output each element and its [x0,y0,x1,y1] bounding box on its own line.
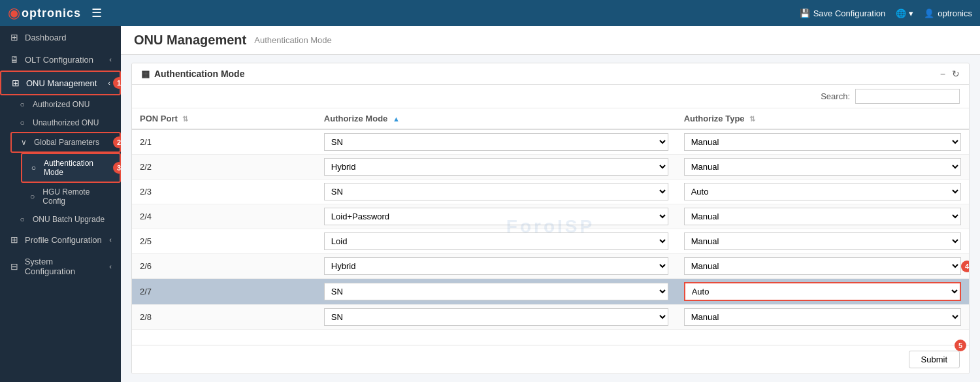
panel-footer: Submit 5 [132,345,969,374]
badge-2: 2 [113,136,121,148]
minimize-button[interactable]: − [940,69,945,79]
auth-mode-select[interactable]: SNHybridLoidLoid+PasswordMACMAC+Password [324,257,668,275]
sidebar-item-hgu-remote[interactable]: ○ HGU Remote Config [21,183,121,210]
auth-type-select[interactable]: ManualAuto [684,183,961,200]
language-selector[interactable]: 🌐 ▾ [896,8,913,18]
auth-mode-table: PON Port ⇅ Authorize Mode ▲ Authorize Ty… [132,108,969,330]
chevron-icon: ‹ [108,79,110,87]
sidebar-item-label: Unauthorized ONU [33,118,99,127]
cell-auth-mode: SNHybridLoidLoid+PasswordMACMAC+Password [316,254,676,279]
panel-title: ▦ Authentication Mode [141,69,244,79]
auth-mode-select[interactable]: SNHybridLoidLoid+PasswordMACMAC+Password [324,158,668,176]
badge-1: 1 [113,77,121,89]
auth-type-select[interactable]: ManualAuto [684,158,961,176]
page-header: ONU Management Authentication Mode [121,26,980,55]
cell-auth-type: ManualAuto4 [676,254,969,279]
panel-title-text: Authentication Mode [154,69,244,79]
navbar-right: 💾 Save Configuration 🌐 ▾ 👤 optronics [800,8,972,18]
authorized-onu-icon: ○ [17,100,27,109]
cell-pon-port: 2/4 [132,204,316,229]
auth-mode-icon: ○ [29,163,39,172]
cell-auth-type: ManualAuto [676,279,969,305]
auth-type-select[interactable]: ManualAuto [684,232,961,250]
search-input[interactable] [855,89,960,104]
auth-mode-select[interactable]: SNHybridLoidLoid+PasswordMACMAC+Password [324,283,668,300]
main-layout: ⊞ Dashboard 🖥 OLT Configuration ‹ ⊞ ONU … [0,26,980,382]
sidebar-item-label: OLT Configuration [25,55,93,65]
system-config-icon: ⊟ [9,261,20,272]
panel-title-icon: ▦ [141,69,150,79]
search-bar: Search: [132,85,969,108]
sidebar-item-label: ONU Batch Upgrade [33,215,105,224]
chevron-icon: ‹ [109,263,112,270]
chevron-icon: ‹ [109,236,112,244]
save-config-button[interactable]: 💾 Save Configuration [800,8,886,18]
col-auth-mode[interactable]: Authorize Mode ▲ [316,108,676,129]
cell-pon-port: 2/5 [132,229,316,254]
cell-auth-mode: SNHybridLoidLoid+PasswordMACMAC+Password [316,204,676,229]
sidebar-item-authentication-mode[interactable]: ○ Authentication Mode 3 [21,153,121,183]
col-auth-type[interactable]: Authorize Type ⇅ [676,108,969,129]
page-title: ONU Management [134,33,246,48]
badge-5: 5 [955,340,966,351]
cell-auth-mode: SNHybridLoidLoid+PasswordMACMAC+Password [316,279,676,305]
cell-auth-type: ManualAuto [676,180,969,204]
auth-type-select[interactable]: ManualAuto [684,257,961,275]
auth-type-select[interactable]: ManualAuto [684,282,961,301]
onu-batch-icon: ○ [17,215,27,224]
sidebar-item-authorized-onu[interactable]: ○ Authorized ONU [10,95,121,114]
submit-button[interactable]: Submit [909,351,960,368]
table-row: 2/5SNHybridLoidLoid+PasswordMACMAC+Passw… [132,229,969,254]
profile-config-icon: ⊞ [9,234,20,245]
unauthorized-onu-icon: ○ [17,118,27,127]
sidebar-item-label: Global Parameters [34,138,99,147]
logo: ◉ optronics [8,5,81,22]
save-label: Save Configuration [813,8,886,18]
save-icon: 💾 [800,8,810,18]
sidebar-item-label: Dashboard [25,33,67,42]
sidebar-item-olt-config[interactable]: 🖥 OLT Configuration ‹ [0,48,121,71]
auth-type-select[interactable]: ManualAuto [684,208,961,225]
page-breadcrumb: Authentication Mode [254,35,332,45]
search-label: Search: [821,91,850,101]
auth-mode-select[interactable]: SNHybridLoidLoid+PasswordMACMAC+Password [324,183,668,200]
logo-text: optronics [22,7,81,20]
cell-auth-mode: SNHybridLoidLoid+PasswordMACMAC+Password [316,305,676,330]
col-pon-port[interactable]: PON Port ⇅ [132,108,316,129]
hamburger-icon[interactable]: ☰ [91,6,102,20]
onu-management-icon: ⊞ [10,78,21,88]
sidebar-item-label: Authentication Mode [44,159,110,177]
table-row: 2/4SNHybridLoidLoid+PasswordMACMAC+Passw… [132,204,969,229]
badge-3: 3 [113,162,121,174]
sidebar-item-label: Profile Configuration [25,235,102,245]
refresh-button[interactable]: ↻ [952,69,960,79]
sidebar: ⊞ Dashboard 🖥 OLT Configuration ‹ ⊞ ONU … [0,26,121,382]
cell-pon-port: 2/2 [132,155,316,180]
sort-icon-pon: ⇅ [182,115,188,123]
sidebar-item-label: HGU Remote Config [42,187,112,206]
table-row: 2/7SNHybridLoidLoid+PasswordMACMAC+Passw… [132,279,969,305]
auth-type-select[interactable]: ManualAuto [684,133,961,151]
sidebar-item-onu-management[interactable]: ⊞ ONU Management ‹ 1 [0,71,121,95]
sidebar-item-label: Authorized ONU [33,100,90,109]
globe-icon: 🌐 [896,8,906,18]
sidebar-item-label: System Configuration [25,257,105,276]
sidebar-item-onu-batch[interactable]: ○ ONU Batch Upgrade [10,210,121,229]
user-icon: 👤 [924,8,934,18]
auth-mode-select[interactable]: SNHybridLoidLoid+PasswordMACMAC+Password [324,208,668,225]
sidebar-item-dashboard[interactable]: ⊞ Dashboard [0,26,121,48]
auth-mode-select[interactable]: SNHybridLoidLoid+PasswordMACMAC+Password [324,308,668,326]
table-row: 2/2SNHybridLoidLoid+PasswordMACMAC+Passw… [132,155,969,180]
sidebar-item-unauthorized-onu[interactable]: ○ Unauthorized ONU [10,114,121,132]
sidebar-item-global-parameters[interactable]: ∨ Global Parameters 2 [10,132,121,153]
main-panel: ▦ Authentication Mode − ↻ Search: ForoIS… [131,63,970,374]
auth-mode-select[interactable]: SNHybridLoidLoid+PasswordMACMAC+Password [324,133,668,151]
auth-type-select[interactable]: ManualAuto [684,308,961,326]
cell-pon-port: 2/1 [132,129,316,155]
sidebar-item-profile-config[interactable]: ⊞ Profile Configuration ‹ [0,229,121,251]
auth-mode-select[interactable]: SNHybridLoidLoid+PasswordMACMAC+Password [324,232,668,250]
cell-auth-type: ManualAuto [676,305,969,330]
user-menu[interactable]: 👤 optronics [924,8,972,18]
sidebar-item-system-config[interactable]: ⊟ System Configuration ‹ [0,251,121,282]
navbar: ◉ optronics ☰ 💾 Save Configuration 🌐 ▾ 👤… [0,0,980,26]
